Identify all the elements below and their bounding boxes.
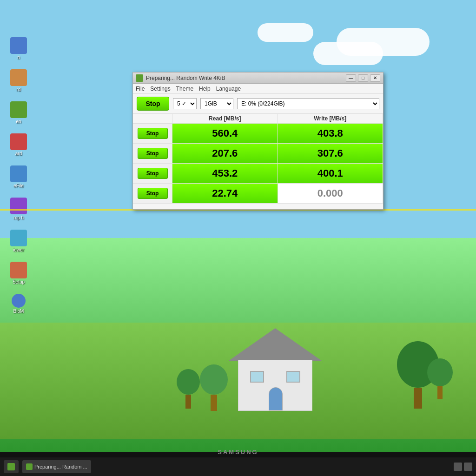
desktop-icon-1[interactable]: n	[5, 37, 33, 60]
cdm-row2-write: 307.6	[278, 144, 383, 163]
stop-main-button[interactable]: Stop	[137, 97, 169, 111]
size-select[interactable]: 1GiB 512MiB 2GiB 4GiB	[200, 98, 233, 109]
cdm-titlebar-controls: — □ ✕	[346, 74, 380, 82]
house-window-right	[286, 371, 300, 383]
menu-help[interactable]: Help	[199, 86, 211, 92]
cdm-row-1: Stop 560.4 403.8	[133, 124, 383, 144]
cdm-row1-btn-cell: Stop	[133, 124, 172, 143]
cdm-footer	[133, 204, 383, 209]
stop-button-row4[interactable]: Stop	[138, 188, 168, 199]
desktop-icon-6[interactable]: mp h	[5, 198, 33, 220]
cdm-titlebar-left: Preparing... Random Write 4KiB	[136, 74, 225, 82]
tree-far-right	[427, 358, 453, 399]
monitor-brand-label: SAMSUNG	[218, 449, 258, 456]
cloud-3	[258, 23, 313, 42]
cdm-row2-btn-cell: Stop	[133, 144, 172, 163]
house	[229, 327, 322, 411]
cdm-row4-write: 0.000	[278, 184, 383, 203]
cdm-app-icon	[136, 74, 143, 82]
house-roof	[229, 328, 322, 361]
menu-file[interactable]: File	[136, 86, 145, 92]
taskbar-tray	[454, 463, 472, 471]
cdm-menubar: File Settings Theme Help Language	[133, 84, 383, 94]
stop-button-row2[interactable]: Stop	[138, 148, 168, 159]
menu-theme[interactable]: Theme	[176, 86, 193, 92]
desktop-icon-2[interactable]: rd	[5, 69, 33, 92]
cdm-window: Preparing... Random Write 4KiB — □ ✕ Fil…	[132, 72, 383, 210]
close-button[interactable]: ✕	[370, 74, 380, 82]
minimize-button[interactable]: —	[346, 74, 356, 82]
taskbar-item-cdm[interactable]: Preparing... Random ...	[22, 460, 91, 473]
desktop-icons: n rd en ard eFile mp h iewer Setup	[5, 37, 33, 314]
house-window-left	[250, 371, 264, 383]
cdm-column-headers: Read [MB/s] Write [MB/s]	[133, 114, 383, 124]
cdm-row3-read: 453.2	[172, 164, 278, 183]
count-select[interactable]: 5 ✓ 1 3 10	[173, 98, 197, 109]
cdm-titlebar: Preparing... Random Write 4KiB — □ ✕	[133, 73, 383, 84]
drive-select[interactable]: E: 0% (0/224GiB)	[237, 98, 379, 109]
cdm-row-3: Stop 453.2 400.1	[133, 164, 383, 184]
maximize-button[interactable]: □	[358, 74, 368, 82]
cdm-row3-btn-cell: Stop	[133, 164, 172, 183]
header-col0	[133, 114, 172, 123]
header-read: Read [MB/s]	[172, 114, 278, 123]
cdm-row1-write: 403.8	[278, 124, 383, 143]
desktop-icon-7[interactable]: iewer	[5, 230, 33, 252]
tray-icon-1[interactable]	[454, 463, 462, 471]
stop-button-row3[interactable]: Stop	[138, 168, 168, 179]
tray-icon-2[interactable]	[464, 463, 472, 471]
desktop-icon-9[interactable]: BioM	[5, 294, 33, 314]
cdm-row-4: Stop 22.74 0.000	[133, 184, 383, 204]
menu-settings[interactable]: Settings	[150, 86, 170, 92]
cdm-title-text: Preparing... Random Write 4KiB	[146, 75, 225, 81]
taskbar-cdm-icon	[26, 463, 33, 470]
cloud-2	[313, 42, 383, 65]
start-button[interactable]	[4, 460, 19, 473]
desktop-icon-5[interactable]: eFile	[5, 165, 33, 188]
taskbar: Preparing... Random ...	[0, 457, 476, 476]
cdm-row1-read: 560.4	[172, 124, 278, 143]
cdm-row4-btn-cell: Stop	[133, 184, 172, 203]
start-icon	[7, 463, 15, 470]
cdm-row3-write: 400.1	[278, 164, 383, 183]
tree-left	[177, 369, 200, 409]
cdm-toolbar: Stop 5 ✓ 1 3 10 1GiB 512MiB 2GiB 4GiB E:…	[133, 94, 383, 114]
menu-language[interactable]: Language	[216, 86, 241, 92]
taskbar-cdm-label: Preparing... Random ...	[34, 464, 87, 469]
stop-button-row1[interactable]: Stop	[138, 128, 168, 139]
desktop-icon-3[interactable]: en	[5, 101, 33, 124]
desktop-icon-4[interactable]: ard	[5, 133, 33, 156]
desktop-icon-8[interactable]: Setup	[5, 262, 33, 284]
house-body	[238, 360, 312, 411]
desktop: n rd en ard eFile mp h iewer Setup	[0, 0, 476, 476]
cdm-row2-read: 207.6	[172, 144, 278, 163]
cdm-row4-read: 22.74	[172, 184, 278, 203]
tree-center-left	[200, 364, 228, 411]
cdm-row-2: Stop 207.6 307.6	[133, 144, 383, 164]
header-write: Write [MB/s]	[278, 114, 383, 123]
house-door	[269, 387, 283, 410]
